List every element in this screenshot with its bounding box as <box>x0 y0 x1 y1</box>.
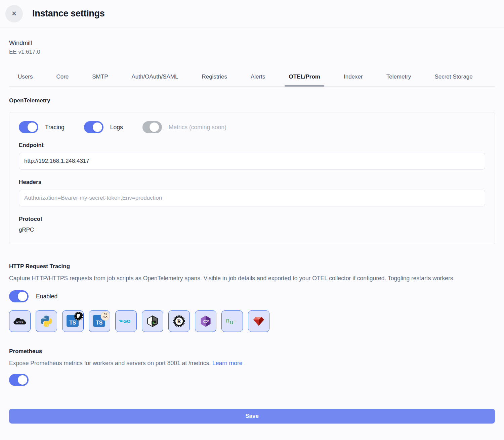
opentelemetry-heading: OpenTelemetry <box>9 97 495 104</box>
nushell-icon: n u > <box>225 316 239 326</box>
app-name: Windmill <box>9 40 495 47</box>
close-icon: ✕ <box>11 10 17 17</box>
lang-deno-typescript-button[interactable]: TS <box>62 310 84 332</box>
svg-text:n: n <box>226 317 229 324</box>
lang-rust-button[interactable]: R <box>168 310 190 332</box>
lang-nushell-button[interactable]: n u > <box>221 310 243 332</box>
page-title: Instance settings <box>32 8 104 19</box>
tab-core[interactable]: Core <box>52 70 73 87</box>
svg-text:#: # <box>207 319 209 323</box>
tab-users[interactable]: Users <box>14 70 37 87</box>
lang-go-button[interactable]: GO <box>115 310 137 332</box>
prometheus-heading: Prometheus <box>9 348 495 355</box>
prometheus-toggle[interactable] <box>9 374 29 386</box>
csharp-icon: C # <box>199 315 212 328</box>
svg-text:GO: GO <box>123 319 130 324</box>
app-version: EE v1.617.0 <box>9 49 495 55</box>
svg-text:R: R <box>177 319 181 324</box>
app-info: Windmill EE v1.617.0 <box>9 40 495 55</box>
lang-ruby-button[interactable] <box>248 310 269 332</box>
logs-toggle-label: Logs <box>110 124 123 131</box>
http-tracing-enabled-group: Enabled <box>9 290 495 302</box>
http-tracing-enabled-toggle[interactable] <box>9 290 29 302</box>
language-selector-row: HTTP TS <box>9 310 495 332</box>
headers-label: Headers <box>19 179 485 186</box>
tab-auth-oauth-saml[interactable]: Auth/OAuth/SAML <box>128 70 182 87</box>
metrics-toggle-group: Metrics (coming soon) <box>142 121 226 133</box>
ruby-icon <box>253 315 265 327</box>
svg-text:HTTP: HTTP <box>16 321 24 324</box>
svg-text:u: u <box>230 319 233 326</box>
close-button[interactable]: ✕ <box>5 5 23 22</box>
tab-smtp[interactable]: SMTP <box>88 70 112 87</box>
tab-registries[interactable]: Registries <box>198 70 231 87</box>
logs-toggle[interactable] <box>84 121 103 133</box>
main-content: Windmill EE v1.617.0 Users Core SMTP Aut… <box>0 40 504 424</box>
protocol-value: gRPC <box>19 227 485 233</box>
tab-secret-storage[interactable]: Secret Storage <box>430 70 476 87</box>
go-icon: GO <box>118 317 134 326</box>
http-request-tracing-heading: HTTP Request Tracing <box>9 263 495 270</box>
logs-toggle-group: Logs <box>84 121 123 133</box>
tracing-toggle-label: Tracing <box>45 124 65 131</box>
lang-bun-typescript-button[interactable]: TS <box>89 310 110 332</box>
http-tracing-enabled-label: Enabled <box>36 293 57 300</box>
tracing-toggle-group: Tracing <box>19 121 65 133</box>
otel-toggle-row: Tracing Logs Metrics (coming soon) <box>19 121 485 133</box>
instance-settings-page: ✕ Instance settings Windmill EE v1.617.0… <box>0 0 504 424</box>
headers-input[interactable] <box>19 190 485 206</box>
rust-icon: R <box>173 315 185 328</box>
protocol-label: Protocol <box>19 216 485 223</box>
lang-csharp-button[interactable]: C # <box>195 310 216 332</box>
tab-alerts[interactable]: Alerts <box>247 70 269 87</box>
lang-bash-button[interactable]: $ <box>142 310 163 332</box>
python-icon <box>40 315 53 328</box>
prometheus-description-text: Expose Prometheus metrics for workers an… <box>9 360 211 366</box>
header: ✕ Instance settings <box>0 0 504 28</box>
bun-icon <box>100 311 110 321</box>
prometheus-description: Expose Prometheus metrics for workers an… <box>9 359 463 368</box>
http-request-tracing-description: Capture HTTP/HTTPS requests from job scr… <box>9 274 463 283</box>
metrics-toggle-label: Metrics (coming soon) <box>169 124 226 131</box>
lang-python-button[interactable] <box>36 310 57 332</box>
learn-more-link[interactable]: Learn more <box>212 360 243 366</box>
tracing-toggle[interactable] <box>19 121 38 133</box>
save-button[interactable]: Save <box>9 409 495 424</box>
opentelemetry-panel: Tracing Logs Metrics (coming soon) Endpo… <box>9 112 495 244</box>
tab-telemetry[interactable]: Telemetry <box>382 70 415 87</box>
svg-text:$: $ <box>153 322 154 325</box>
bash-icon: $ <box>146 315 159 328</box>
metrics-toggle <box>142 121 162 133</box>
endpoint-input[interactable] <box>19 153 485 169</box>
lang-http-button[interactable]: HTTP <box>9 310 31 332</box>
svg-text:>: > <box>234 318 237 324</box>
tab-otel-prom[interactable]: OTEL/Prom <box>285 70 324 87</box>
deno-icon <box>74 311 83 321</box>
tab-indexer[interactable]: Indexer <box>340 70 367 87</box>
tab-bar: Users Core SMTP Auth/OAuth/SAML Registri… <box>9 70 495 87</box>
endpoint-label: Endpoint <box>19 142 485 149</box>
http-icon: HTTP <box>13 316 27 326</box>
svg-text:C: C <box>203 319 207 324</box>
